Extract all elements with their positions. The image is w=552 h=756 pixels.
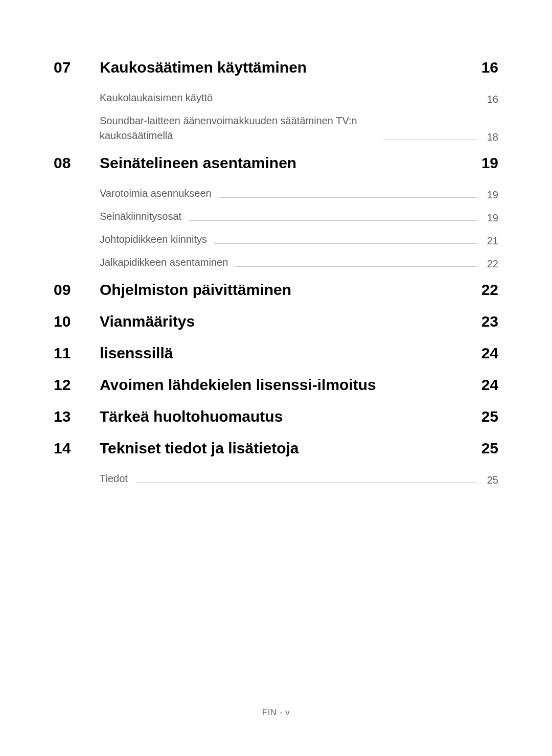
toc-container: 07 Kaukosäätimen käyttäminen 16 Kaukolau… bbox=[0, 0, 552, 486]
toc-subitem-page: 19 bbox=[484, 189, 498, 201]
toc-subitem: Kaukolaukaisimen käyttö 16 bbox=[54, 90, 498, 105]
toc-number: 09 bbox=[54, 281, 100, 299]
toc-subitem-page: 25 bbox=[484, 474, 498, 486]
toc-subitem-title: Jalkapidikkeen asentaminen bbox=[100, 255, 228, 270]
toc-subitem-page: 19 bbox=[484, 212, 498, 224]
toc-heading-page: 25 bbox=[481, 408, 498, 425]
toc-section-07: 07 Kaukosäätimen käyttäminen 16 Kaukolau… bbox=[54, 59, 498, 143]
toc-heading-row: 09 Ohjelmiston päivittäminen 22 bbox=[54, 281, 498, 299]
toc-heading-page: 19 bbox=[481, 154, 498, 172]
toc-number: 12 bbox=[54, 376, 100, 394]
toc-subitem-title: Kaukolaukaisimen käyttö bbox=[100, 90, 213, 105]
toc-section-11: 11 lisenssillä 24 bbox=[54, 345, 498, 362]
toc-number: 08 bbox=[54, 154, 100, 172]
toc-number: 07 bbox=[54, 59, 100, 76]
toc-subitem: Jalkapidikkeen asentaminen 22 bbox=[54, 255, 498, 270]
toc-heading-row: 11 lisenssillä 24 bbox=[54, 345, 498, 362]
toc-heading-title: Avoimen lähdekielen lisenssi-ilmoitus bbox=[100, 376, 471, 394]
toc-heading-title: Ohjelmiston päivittäminen bbox=[100, 281, 471, 299]
toc-leader bbox=[189, 220, 477, 221]
toc-heading-row: 14 Tekniset tiedot ja lisätietoja 25 bbox=[54, 440, 498, 457]
toc-heading-title: Seinätelineen asentaminen bbox=[100, 154, 471, 172]
toc-heading-title: lisenssillä bbox=[100, 345, 471, 362]
toc-subitem-page: 22 bbox=[484, 258, 498, 270]
toc-subitem-title: Soundbar-laitteen äänenvoimakkuuden säät… bbox=[100, 113, 376, 143]
toc-heading-page: 16 bbox=[481, 59, 498, 76]
toc-number: 13 bbox=[54, 408, 100, 425]
toc-leader bbox=[219, 197, 477, 198]
toc-subitem: Soundbar-laitteen äänenvoimakkuuden säät… bbox=[54, 113, 498, 143]
toc-section-14: 14 Tekniset tiedot ja lisätietoja 25 Tie… bbox=[54, 440, 498, 486]
toc-subitem: Varotoimia asennukseen 19 bbox=[54, 186, 498, 201]
toc-subitem-title: Varotoimia asennukseen bbox=[100, 186, 212, 201]
toc-subitem-title: Tiedot bbox=[100, 471, 128, 486]
toc-section-09: 09 Ohjelmiston päivittäminen 22 bbox=[54, 281, 498, 299]
toc-heading-title: Tekniset tiedot ja lisätietoja bbox=[100, 440, 471, 457]
toc-heading-page: 22 bbox=[481, 281, 498, 299]
toc-heading-row: 08 Seinätelineen asentaminen 19 bbox=[54, 154, 498, 172]
toc-leader bbox=[135, 483, 477, 483]
toc-number: 14 bbox=[54, 440, 100, 457]
toc-leader bbox=[214, 243, 477, 244]
toc-heading-title: Tärkeä huoltohuomautus bbox=[100, 408, 471, 425]
toc-subitem-page: 21 bbox=[484, 235, 498, 247]
toc-subitem: Johtopidikkeen kiinnitys 21 bbox=[54, 232, 498, 247]
toc-subitem-page: 16 bbox=[484, 94, 498, 105]
toc-subitem: Seinäkiinnitysosat 19 bbox=[54, 209, 498, 224]
toc-heading-page: 23 bbox=[481, 313, 498, 330]
toc-heading-row: 10 Vianmääritys 23 bbox=[54, 313, 498, 330]
toc-heading-row: 07 Kaukosäätimen käyttäminen 16 bbox=[54, 59, 498, 76]
toc-heading-page: 24 bbox=[481, 376, 498, 394]
page-footer: FIN - v bbox=[0, 707, 552, 718]
toc-leader bbox=[220, 102, 477, 102]
toc-number: 10 bbox=[54, 313, 100, 330]
toc-heading-row: 12 Avoimen lähdekielen lisenssi-ilmoitus… bbox=[54, 376, 498, 394]
toc-subitem-page: 18 bbox=[484, 131, 498, 143]
toc-subitem-title: Seinäkiinnitysosat bbox=[100, 209, 181, 224]
toc-heading-title: Kaukosäätimen käyttäminen bbox=[100, 59, 471, 76]
toc-section-08: 08 Seinätelineen asentaminen 19 Varotoim… bbox=[54, 154, 498, 270]
toc-number: 11 bbox=[54, 345, 100, 362]
toc-section-12: 12 Avoimen lähdekielen lisenssi-ilmoitus… bbox=[54, 376, 498, 394]
toc-section-10: 10 Vianmääritys 23 bbox=[54, 313, 498, 330]
toc-heading-page: 25 bbox=[481, 440, 498, 457]
toc-leader bbox=[383, 140, 477, 140]
toc-heading-title: Vianmääritys bbox=[100, 313, 471, 330]
toc-subitem: Tiedot 25 bbox=[54, 471, 498, 486]
toc-section-13: 13 Tärkeä huoltohuomautus 25 bbox=[54, 408, 498, 425]
toc-subitem-title: Johtopidikkeen kiinnitys bbox=[100, 232, 207, 247]
toc-heading-row: 13 Tärkeä huoltohuomautus 25 bbox=[54, 408, 498, 425]
toc-heading-page: 24 bbox=[481, 345, 498, 362]
toc-leader bbox=[235, 266, 477, 267]
